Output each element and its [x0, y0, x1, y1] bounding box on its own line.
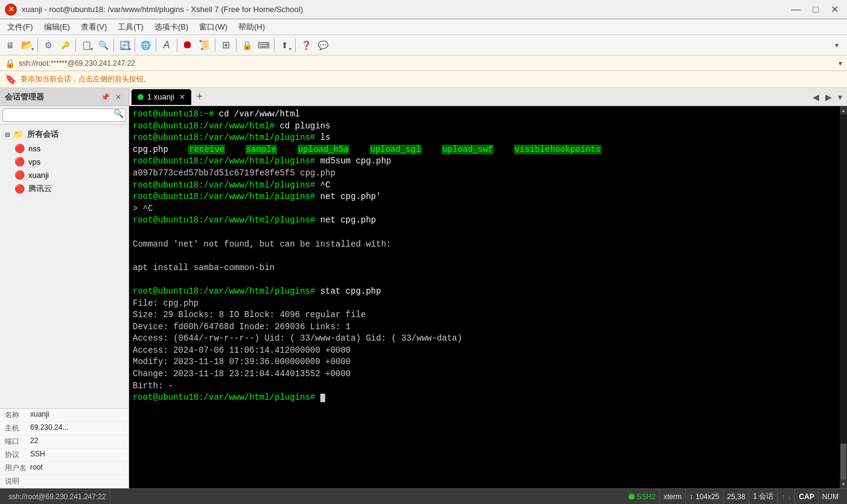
toolbar-copy[interactable]: 📋 ▾	[78, 37, 94, 53]
info-label-username: 用户名	[5, 463, 30, 473]
info-value-host: 69.230.24...	[30, 423, 124, 433]
stat-access1: Access: (0644/-rw-r--r--) Uid: ( 33/www-…	[133, 333, 462, 343]
tree-item-tencent[interactable]: 🔴 腾讯云	[0, 181, 128, 196]
prompt-2: root@ubuntu18:/var/www/html#	[133, 121, 280, 131]
prompt-10: root@ubuntu18:/var/www/html/plugins#	[133, 215, 320, 225]
info-row-name: 名称 xuanji	[0, 409, 128, 422]
address-expand-arrow[interactable]: ▾	[839, 59, 842, 68]
scroll-up-arrow[interactable]: ▲	[840, 106, 847, 115]
tab-nav-menu[interactable]: ▾	[836, 91, 845, 103]
menu-view[interactable]: 查看(V)	[76, 20, 112, 34]
toolbar-transfer[interactable]: 🔄 ▾	[116, 37, 132, 53]
info-row-host: 主机 69.230.24...	[0, 422, 128, 435]
toolbar-search[interactable]: 🔍	[95, 37, 111, 53]
terminal-line-apt: apt install samba-common-bin	[133, 262, 836, 274]
menu-tabs[interactable]: 选项卡(B)	[150, 20, 193, 34]
num-text: NUM	[822, 493, 839, 501]
tab-label: 1 xuanji	[147, 92, 174, 101]
arrow-up-icon: ↑	[781, 493, 785, 501]
last-prompt-text: root@ubuntu18:/var/www/html/plugins#	[133, 392, 320, 402]
tree-label-xuanji: xuanji	[28, 171, 49, 180]
prompt-3: root@ubuntu18:/var/www/html/plugins#	[133, 133, 320, 142]
toolbar-open[interactable]: 📂 ▾	[19, 37, 35, 53]
tab-xuanji[interactable]: 1 xuanji ✕	[132, 89, 191, 105]
session-manager-header: 会话管理器 📌 ✕	[0, 88, 129, 106]
toolbar-keys[interactable]: 🔑	[57, 37, 73, 53]
pin-icon-btn[interactable]: 📌	[100, 92, 110, 102]
status-size: ↕ 104x25	[686, 489, 723, 504]
terminal-line-10: root@ubuntu18:/var/www/html/plugins# net…	[133, 215, 836, 227]
terminal-last-prompt: root@ubuntu18:/var/www/html/plugins#	[133, 392, 836, 404]
add-tab-button[interactable]: +	[192, 90, 207, 104]
menu-window[interactable]: 窗口(W)	[194, 20, 232, 34]
status-ssh2-text: SSH2	[637, 493, 656, 501]
toolbar-settings[interactable]: ⚙	[40, 37, 56, 53]
menu-edit[interactable]: 编辑(E)	[39, 20, 75, 34]
tab-close-btn[interactable]: ✕	[179, 93, 185, 101]
tree-root-item[interactable]: ⊟ 📁 所有会话	[0, 127, 128, 142]
info-value-description	[30, 476, 124, 487]
menu-help[interactable]: 帮助(H)	[233, 20, 270, 34]
tree-item-vps[interactable]: 🔴 vps	[0, 155, 128, 168]
terminal-line-ls: cpg.php receive sample upload_h5a upload…	[133, 144, 836, 156]
stat-change: Change: 2023-11-18 23:21:04.444013552 +0…	[133, 369, 351, 379]
toolbar-lock[interactable]: 🔒	[239, 37, 255, 53]
menu-tools[interactable]: 工具(T)	[113, 20, 148, 34]
terminal-row: root@ubuntu18:~# cd /var/www/html root@u…	[129, 106, 847, 488]
tree-root-label: 所有会话	[27, 129, 59, 140]
toolbar-expand[interactable]: ⊞	[218, 37, 233, 53]
minimize-button[interactable]: —	[787, 2, 804, 16]
toolbar-help[interactable]: ❓	[298, 37, 314, 53]
app-icon: ✕	[5, 4, 17, 16]
toolbar-stop[interactable]: ⏺	[180, 37, 195, 53]
toolbar-new-session[interactable]: 🖥	[2, 37, 18, 53]
cmd-5: md5sum cpg.php	[320, 156, 392, 166]
toolbar-script[interactable]: 📜	[197, 37, 212, 53]
terminal-stat-file: File: cpg.php	[133, 298, 836, 310]
output-9: > ^C	[133, 204, 153, 213]
toolbar-globe[interactable]: 🌐	[138, 37, 153, 53]
info-value-name: xuanji	[30, 410, 124, 420]
sidebar-tree: ⊟ 📁 所有会话 🔴 nss 🔴 vps 🔴 xuanji 🔴 腾讯云	[0, 125, 128, 408]
sidebar-search-input[interactable]	[2, 109, 126, 122]
terminal-stat-birth: Birth: -	[133, 380, 836, 392]
close-button[interactable]: ✕	[827, 2, 842, 16]
maximize-button[interactable]: □	[809, 2, 822, 16]
terminal-blank-1	[133, 227, 836, 239]
toolbar-more[interactable]: ▾	[829, 37, 845, 53]
tree-expand-icon: ⊟	[5, 131, 10, 138]
toolbar-font[interactable]: A	[159, 37, 174, 53]
tree-label-tencent: 腾讯云	[28, 183, 52, 194]
tab-nav-prev[interactable]: ◀	[810, 91, 822, 103]
terminal-content[interactable]: root@ubuntu18:~# cd /var/www/html root@u…	[129, 106, 840, 488]
stat-size: Size: 29 Blocks: 8 IO Block: 4096 regula…	[133, 310, 366, 320]
toolbar-upload[interactable]: ⬆ ▾	[277, 37, 293, 53]
hint-bar: 🔖 要添加当前会话，点击左侧的箭头按钮。	[0, 71, 847, 88]
menu-file[interactable]: 文件(F)	[2, 20, 38, 34]
terminal-blank-3	[133, 274, 836, 286]
tree-item-xuanji[interactable]: 🔴 xuanji	[0, 168, 128, 181]
scroll-down-arrow[interactable]: ▼	[840, 480, 847, 488]
status-position: 25,38	[723, 489, 749, 504]
session-icon-nss: 🔴	[14, 143, 25, 153]
session-info-panel: 名称 xuanji 主机 69.230.24... 端口 22 协议 SSH 用…	[0, 408, 128, 488]
lock-icon: 🔒	[5, 58, 15, 68]
toolbar-message[interactable]: 💬	[315, 37, 331, 53]
scroll-thumb[interactable]	[840, 444, 846, 480]
info-row-protocol: 协议 SSH	[0, 449, 128, 462]
status-bar: ssh://root@69.230.241.247:22 SSH2 xterm …	[0, 488, 847, 504]
cmd-3: ls	[320, 133, 331, 142]
ls-visiblehookpoints: visiblehookpoints	[514, 145, 601, 154]
terminal-blank-2	[133, 250, 836, 262]
hint-text: 要添加当前会话，点击左侧的箭头按钮。	[21, 74, 151, 84]
stat-birth: Birth: -	[133, 381, 173, 391]
ls-receive: receive	[188, 145, 225, 154]
tab-nav-next[interactable]: ▶	[823, 91, 834, 103]
close-panel-btn[interactable]: ✕	[113, 92, 124, 102]
terminal-line-8: root@ubuntu18:/var/www/html/plugins# net…	[133, 191, 836, 203]
info-value-username: root	[30, 463, 124, 473]
tree-item-nss[interactable]: 🔴 nss	[0, 142, 128, 155]
toolbar-keyboard[interactable]: ⌨	[256, 37, 271, 53]
ssh2-indicator-dot	[629, 494, 635, 500]
terminal-scrollbar[interactable]: ▲ ▼	[840, 106, 847, 488]
